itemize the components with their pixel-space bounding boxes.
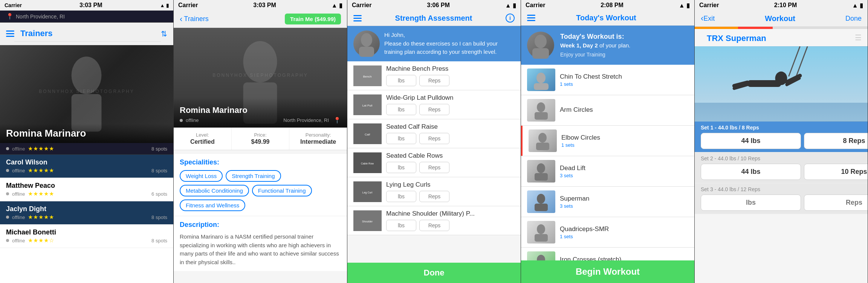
back-chevron-icon — [180, 14, 182, 24]
workout-ex-info-4: Superman 3 sets — [560, 195, 688, 209]
back-button[interactable]: Trainers — [180, 14, 209, 24]
workout-exercise-5: Quadriceps-SMR 1 sets — [521, 217, 694, 248]
time-4: 2:08 PM — [601, 2, 623, 9]
pin-icon: 📍 — [6, 13, 14, 20]
svg-text:Shoulder: Shoulder — [362, 220, 373, 223]
exercise-inputs-1 — [386, 104, 454, 115]
workout-ex-name-1: Arm Circles — [560, 106, 688, 114]
exercise-name-title: TRX Superman — [701, 29, 772, 46]
stat-personality: Personality: Intermediate — [289, 128, 347, 150]
lbs-input-1[interactable] — [386, 104, 416, 115]
info-icon[interactable]: i — [506, 14, 515, 23]
svg-text:Lat Pull: Lat Pull — [362, 104, 373, 107]
workout-exercise-6: Iron Crosses (stretch) 1 sets — [521, 248, 694, 260]
tag-metabolic-conditioning[interactable]: Metabolic Conditioning — [180, 185, 249, 196]
workout-ex-info-5: Quadriceps-SMR 1 sets — [560, 225, 688, 239]
workout-menu-icon[interactable] — [527, 15, 535, 21]
reps-input-2[interactable] — [419, 133, 449, 144]
jaclyn-dot — [6, 216, 9, 219]
exit-button[interactable]: Exit — [701, 14, 715, 23]
trainer-row-michael[interactable]: Michael Bonetti offline ★★★★☆ 8 spots — [0, 225, 173, 248]
workout-ex-sets-0: 1 sets — [560, 81, 688, 87]
hero-trainer-image[interactable]: BONNYHOX SIEPHOTOGRAPHY Romina Marinaro — [0, 45, 173, 143]
trainer-row-carol[interactable]: Carol Wilson offline ★★★★★ 8 spots — [0, 155, 173, 178]
workout-exercise-3: Dead Lift 3 sets — [521, 156, 694, 187]
set-item-2: Set 3 - 44.0 lbs / 12 Reps — [695, 183, 868, 214]
begin-workout-button[interactable]: Begin Workout — [521, 260, 694, 283]
exercise-inputs-0 — [386, 75, 449, 86]
trainer-stats: Level: Certified Price: $49.99 Personali… — [174, 128, 347, 150]
workout-ex-img-0 — [527, 68, 555, 91]
description-text: Romina Marinaro is a NASM certified pers… — [180, 233, 341, 266]
svg-point-21 — [536, 73, 546, 83]
menu-icon[interactable] — [353, 15, 362, 21]
svg-point-27 — [537, 163, 545, 173]
set-lbs-0[interactable] — [701, 133, 801, 149]
set-lbs-2[interactable] — [701, 195, 801, 211]
todays-workout-label: Today's Workout is: — [560, 33, 631, 41]
trainers-header: Trainers ⇅ — [0, 23, 173, 45]
exercise-inputs-5 — [386, 220, 475, 231]
status-icons-1: ▲ ▮ — [160, 3, 169, 8]
tag-weight-loss[interactable]: Weight Loss — [180, 170, 223, 182]
exercise-name-5: Machine Shoulder (Military) P... — [386, 210, 475, 218]
tag-functional-training[interactable]: Functional Training — [252, 185, 312, 196]
reps-input-0[interactable] — [419, 75, 449, 86]
set-reps-1[interactable] — [804, 164, 868, 180]
workout-exercise-2: Elbow Circles 1 sets — [521, 126, 694, 156]
trainers-list-panel: Carrier 3:03 PM ▲ ▮ 📍 North Providence, … — [0, 0, 174, 283]
workout-detail-panel: Carrier 2:10 PM ▲ ▮ Exit Workout Done TR… — [695, 0, 868, 283]
workout-ex-info-1: Arm Circles — [560, 106, 688, 114]
svg-text:Calf: Calf — [365, 133, 370, 136]
status-bar-3: Carrier 3:06 PM ▲ ▮ — [347, 0, 521, 11]
reps-input-1[interactable] — [419, 104, 449, 115]
workout-ex-sets-3: 3 sets — [560, 173, 688, 178]
lbs-input-3[interactable] — [386, 162, 416, 173]
trainer-row-jaclyn[interactable]: Jaclyn Dight offline ★★★★★ 8 spots — [0, 201, 173, 225]
exercise-name-3: Seated Cable Rows — [386, 152, 449, 160]
workout-ex-info-2: Elbow Circles 1 sets — [561, 134, 688, 148]
hero-stars: ★★★★★ — [28, 145, 54, 152]
intro-message: Hi John,Please do these exercises so I c… — [384, 31, 515, 56]
carrier-4: Carrier — [526, 2, 545, 9]
stat-level-label: Level: — [177, 132, 228, 138]
trainer-name-jaclyn: Jaclyn Dight — [6, 205, 167, 213]
specialities-section: Specialities: Weight Loss Strength Train… — [174, 154, 347, 216]
set-reps-0[interactable] — [804, 133, 868, 149]
set-reps-2[interactable] — [804, 195, 868, 211]
tag-strength-training[interactable]: Strength Training — [226, 170, 281, 182]
exit-label: Exit — [703, 15, 715, 23]
done-nav-button[interactable]: Done — [845, 15, 862, 23]
status-icons-3: ▲ ▮ — [505, 2, 516, 9]
lbs-input-5[interactable] — [386, 220, 416, 231]
train-me-button[interactable]: Train Me ($49.99) — [285, 14, 341, 24]
reps-input-4[interactable] — [419, 191, 449, 202]
trainer-name-carol: Carol Wilson — [6, 158, 167, 166]
set-inputs-2 — [701, 195, 862, 211]
tag-fitness-wellness[interactable]: Fitness and Wellness — [180, 199, 245, 211]
michael-offline: offline — [12, 238, 25, 243]
reps-input-3[interactable] — [419, 162, 449, 173]
lbs-input-2[interactable] — [386, 133, 416, 144]
hero-offline: offline — [12, 146, 25, 152]
reps-input-5[interactable] — [419, 220, 449, 231]
lbs-input-4[interactable] — [386, 191, 416, 202]
exercise-list: Bench Machine Bench Press Lat Pull Wide-… — [347, 61, 521, 263]
set-lbs-1[interactable] — [701, 164, 801, 180]
workout-hero-text: Today's Workout is: Week 1, Day 2 of you… — [560, 33, 631, 58]
workout-detail-header: Exit Workout Done — [695, 11, 868, 27]
exercise-name-2: Seated Calf Raise — [386, 123, 449, 131]
svg-point-4 — [361, 33, 372, 47]
svg-point-31 — [537, 224, 545, 234]
filter-icon[interactable]: ⇅ — [161, 29, 167, 38]
week-day-label: Week 1, Day 2 of your plan. — [560, 42, 631, 49]
svg-point-23 — [537, 102, 545, 112]
stat-level: Level: Certified — [174, 128, 232, 150]
trainer-detail-hero-info: Romina Marinaro offline North Providence… — [174, 98, 347, 128]
hamburger-menu-icon[interactable] — [6, 30, 14, 37]
workout-ex-img-5 — [527, 221, 555, 243]
trainer-row-matthew[interactable]: Matthew Peaco offline ★★★★★ 6 spots — [0, 178, 173, 201]
lbs-input-0[interactable] — [386, 75, 416, 86]
carol-offline: offline — [12, 168, 25, 173]
done-button[interactable]: Done — [347, 263, 521, 283]
